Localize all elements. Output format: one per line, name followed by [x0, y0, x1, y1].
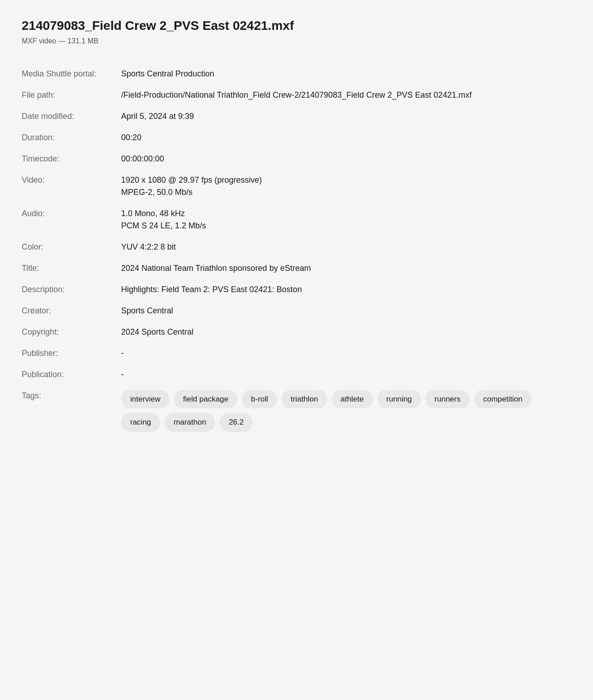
tags-label: Tags: — [22, 385, 121, 436]
tag-item: runners — [425, 390, 470, 409]
timecode-value: 00:00:00:00 — [121, 148, 571, 170]
timecode-label: Timecode: — [22, 148, 121, 170]
portal-value: Sports Central Production — [121, 63, 571, 85]
description-row: Description: Highlights: Field Team 2: P… — [22, 279, 571, 300]
creator-row: Creator: Sports Central — [22, 300, 571, 322]
tag-item: field package — [174, 390, 237, 409]
video-row: Video: 1920 x 1080 @ 29.97 fps (progress… — [22, 170, 571, 203]
audio-value: 1.0 Mono, 48 kHz PCM S 24 LE, 1.2 Mb/s — [121, 203, 571, 236]
tag-item: marathon — [165, 413, 215, 432]
tag-item: b-roll — [242, 390, 277, 409]
publisher-label: Publisher: — [22, 343, 121, 364]
timecode-row: Timecode: 00:00:00:00 — [22, 148, 571, 170]
duration-row: Duration: 00:20 — [22, 127, 571, 148]
tag-item: interview — [121, 390, 169, 409]
audio-value-1: 1.0 Mono, 48 kHz — [121, 209, 185, 218]
copyright-row: Copyright: 2024 Sports Central — [22, 322, 571, 343]
tags-container-cell: interviewfield packageb-rolltriathlonath… — [121, 385, 571, 436]
copyright-label: Copyright: — [22, 322, 121, 343]
date-row: Date modified: April 5, 2024 at 9:39 — [22, 106, 571, 127]
video-value-2: MPEG-2, 50.0 Mb/s — [121, 188, 193, 197]
video-value-1: 1920 x 1080 @ 29.97 fps (progressive) — [121, 175, 262, 184]
creator-value: Sports Central — [121, 300, 571, 322]
filepath-label: File path: — [22, 85, 121, 106]
tag-item: competition — [474, 390, 532, 409]
description-label: Description: — [22, 279, 121, 300]
title-row: Title: 2024 National Team Triathlon spon… — [22, 258, 571, 279]
audio-label: Audio: — [22, 203, 121, 236]
video-label: Video: — [22, 170, 121, 203]
file-title: 214079083_Field Crew 2_PVS East 02421.mx… — [22, 18, 571, 33]
tag-item: running — [377, 390, 421, 409]
creator-label: Creator: — [22, 300, 121, 322]
audio-value-2: PCM S 24 LE, 1.2 Mb/s — [121, 221, 206, 230]
date-value: April 5, 2024 at 9:39 — [121, 106, 571, 127]
tag-item: triathlon — [282, 390, 327, 409]
copyright-value: 2024 Sports Central — [121, 322, 571, 343]
filepath-row: File path: /Field-Production/National Tr… — [22, 85, 571, 106]
video-value: 1920 x 1080 @ 29.97 fps (progressive) MP… — [121, 170, 571, 203]
metadata-table: Media Shuttle portal: Sports Central Pro… — [22, 63, 571, 436]
publisher-row: Publisher: - — [22, 343, 571, 364]
color-row: Color: YUV 4:2:2 8 bit — [22, 236, 571, 258]
publisher-value: - — [121, 343, 571, 364]
publication-row: Publication: - — [22, 364, 571, 385]
tag-item: 26.2 — [220, 413, 253, 432]
color-value: YUV 4:2:2 8 bit — [121, 236, 571, 258]
color-label: Color: — [22, 236, 121, 258]
title-value: 2024 National Team Triathlon sponsored b… — [121, 258, 571, 279]
portal-row: Media Shuttle portal: Sports Central Pro… — [22, 63, 571, 85]
portal-label: Media Shuttle portal: — [22, 63, 121, 85]
date-label: Date modified: — [22, 106, 121, 127]
title-label: Title: — [22, 258, 121, 279]
tags-row: Tags: interviewfield packageb-rolltriath… — [22, 385, 571, 436]
tag-item: racing — [121, 413, 160, 432]
filepath-value: /Field-Production/National Triathlon_Fie… — [121, 85, 571, 106]
audio-row: Audio: 1.0 Mono, 48 kHz PCM S 24 LE, 1.2… — [22, 203, 571, 236]
tag-item: athlete — [332, 390, 373, 409]
publication-label: Publication: — [22, 364, 121, 385]
publication-value: - — [121, 364, 571, 385]
file-subtitle: MXF video — 131.1 MB — [22, 37, 571, 45]
duration-value: 00:20 — [121, 127, 571, 148]
tags-container: interviewfield packageb-rolltriathlonath… — [121, 390, 571, 432]
duration-label: Duration: — [22, 127, 121, 148]
description-value: Highlights: Field Team 2: PVS East 02421… — [121, 279, 571, 300]
